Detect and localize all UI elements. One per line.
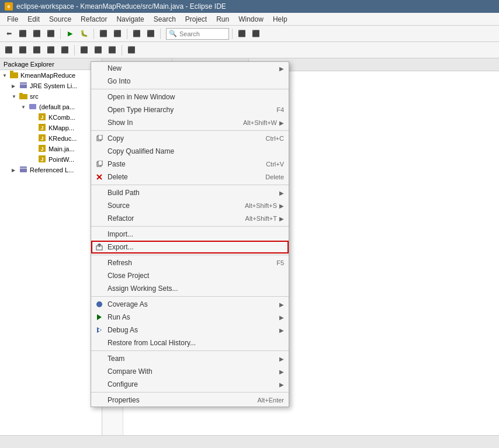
- context-menu-item-arrow-icon: ▶: [279, 356, 284, 362]
- menu-item-help[interactable]: Help: [268, 14, 292, 25]
- menu-item-navigate[interactable]: Navigate: [112, 14, 148, 25]
- tree-arrow-icon: ▼: [21, 105, 28, 110]
- context-menu-item-icon: [95, 159, 104, 169]
- context-menu-item-label: Copy: [108, 134, 254, 143]
- context-menu-item-new[interactable]: New▶: [91, 62, 289, 75]
- tree-node-icon: J: [37, 134, 47, 143]
- context-menu-item-go-into[interactable]: Go Into: [91, 75, 289, 88]
- context-menu-item-coverage-as[interactable]: Coverage As▶: [91, 298, 289, 311]
- context-menu-item-open-new-window[interactable]: Open in New Window: [91, 91, 289, 103]
- context-menu-item-label: New: [108, 64, 277, 72]
- toolbar2-btn-9[interactable]: ⬛: [125, 44, 138, 57]
- context-menu-item-build-path[interactable]: Build Path▶: [91, 186, 289, 199]
- context-menu-item-label: Delete: [108, 173, 254, 181]
- toolbar-btn-6[interactable]: ⬛: [111, 27, 124, 40]
- menu-item-project[interactable]: Project: [181, 14, 212, 25]
- context-menu-item-refresh[interactable]: RefreshF5: [91, 256, 289, 269]
- context-menu-item-refactor[interactable]: RefactorAlt+Shift+T▶: [91, 212, 289, 225]
- context-menu-item-show-in[interactable]: Show InAlt+Shift+W▶: [91, 116, 289, 129]
- toolbar-btn-10[interactable]: ⬛: [250, 27, 262, 40]
- toolbar-2: ⬛ ⬛ ⬛ ⬛ ⬛ ⬛ ⬛ ⬛ ⬛: [0, 42, 499, 58]
- context-menu-item-source[interactable]: SourceAlt+Shift+S▶: [91, 199, 289, 212]
- package-explorer-title: Package Explorer: [4, 61, 54, 68]
- context-menu-item-copy[interactable]: CopyCtrl+C: [91, 132, 289, 145]
- context-menu-item-copy-qualified[interactable]: Copy Qualified Name: [91, 145, 289, 158]
- context-menu-item-team[interactable]: Team▶: [91, 352, 289, 365]
- toolbar-btn-5[interactable]: ⬛: [97, 27, 110, 40]
- tree-node-label: (default pa...: [39, 103, 75, 110]
- tree-item[interactable]: JKComb...: [0, 112, 102, 123]
- toolbar2-btn-6[interactable]: ⬛: [78, 44, 91, 57]
- toolbar2-btn-8[interactable]: ⬛: [106, 44, 119, 57]
- tree-node-icon: [9, 71, 19, 80]
- tree-node-label: KComb...: [48, 114, 75, 121]
- svg-text:J: J: [40, 114, 43, 120]
- context-menu-item-close-project[interactable]: Close Project: [91, 269, 289, 282]
- context-menu-item-open-type-hierarchy[interactable]: Open Type HierarchyF4: [91, 103, 289, 116]
- toolbar2-btn-7[interactable]: ⬛: [92, 44, 105, 57]
- tree-item[interactable]: JMain.ja...: [0, 144, 102, 154]
- context-menu-separator: [91, 255, 289, 255]
- tree-item[interactable]: ▶Referenced L...: [0, 165, 102, 175]
- menu-item-search[interactable]: Search: [149, 14, 181, 25]
- context-menu-separator: [91, 130, 289, 131]
- tree-item[interactable]: JKReduc...: [0, 133, 102, 144]
- toolbar2-btn-4[interactable]: ⬛: [44, 44, 57, 57]
- context-menu-item-label: Open Type Hierarchy: [108, 106, 265, 114]
- menu-bar: FileEditSourceRefactorNavigateSearchProj…: [0, 13, 499, 26]
- svg-rect-4: [19, 94, 27, 99]
- toolbar-btn-9[interactable]: ⬛: [235, 27, 248, 40]
- tree-item[interactable]: ▼src: [0, 91, 102, 102]
- toolbar-btn-7[interactable]: ⬛: [130, 27, 143, 40]
- search-icon: 🔍: [169, 30, 177, 37]
- context-menu-item-arrow-icon: ▶: [279, 369, 284, 375]
- context-menu-item-debug-as[interactable]: Debug As▶: [91, 324, 289, 336]
- tree-item[interactable]: ▼KmeanMapReduce: [0, 70, 102, 81]
- context-menu-item-compare-with[interactable]: Compare With▶: [91, 365, 289, 378]
- context-menu-item-run-as[interactable]: Run As▶: [91, 311, 289, 324]
- toolbar-btn-1[interactable]: ⬅: [2, 27, 15, 40]
- menu-item-refactor[interactable]: Refactor: [76, 14, 112, 25]
- toolbar-btn-2[interactable]: ⬛: [16, 27, 29, 40]
- svg-text:J: J: [40, 146, 43, 152]
- toolbar-btn-3[interactable]: ⬛: [30, 27, 43, 40]
- search-input[interactable]: [179, 30, 226, 37]
- context-menu-item-shortcut: Alt+Shift+S: [245, 202, 277, 209]
- menu-item-source[interactable]: Source: [44, 14, 76, 25]
- tree-item[interactable]: ▼(default pa...: [0, 102, 102, 112]
- toolbar2-btn-2[interactable]: ⬛: [16, 44, 29, 57]
- context-menu-item-delete[interactable]: DeleteDelete: [91, 171, 289, 183]
- package-explorer: Package Explorer ✕ ▼KmeanMapReduce▶JRE S…: [0, 58, 102, 448]
- menu-item-file[interactable]: File: [2, 14, 23, 25]
- toolbar2-btn-5[interactable]: ⬛: [58, 44, 71, 57]
- context-menu-item-icon: [95, 242, 104, 252]
- menu-item-edit[interactable]: Edit: [23, 14, 44, 25]
- context-menu-item-arrow-icon: ▶: [279, 301, 284, 308]
- context-menu-item-icon: [95, 300, 104, 309]
- run-btn[interactable]: ▶: [64, 27, 77, 40]
- context-menu-item-icon: [95, 172, 104, 182]
- context-menu-item-export[interactable]: Export...: [91, 241, 289, 253]
- menu-item-run[interactable]: Run: [212, 14, 234, 25]
- context-menu-item-icon: [95, 325, 104, 335]
- tree-item[interactable]: ▶JRE System Li...: [0, 81, 102, 91]
- context-menu-item-properties[interactable]: PropertiesAlt+Enter: [91, 394, 289, 407]
- context-menu-item-label: Copy Qualified Name: [108, 147, 284, 155]
- context-menu-item-import[interactable]: Import...: [91, 228, 289, 241]
- context-menu-item-assign-working[interactable]: Assign Working Sets...: [91, 282, 289, 295]
- menu-item-window[interactable]: Window: [234, 14, 268, 25]
- debug-btn[interactable]: 🐛: [78, 27, 91, 40]
- context-menu-item-configure[interactable]: Configure▶: [91, 378, 289, 391]
- toolbar2-btn-1[interactable]: ⬛: [2, 44, 15, 57]
- toolbar-btn-4[interactable]: ⬛: [44, 27, 57, 40]
- tree-item[interactable]: JKMapp...: [0, 123, 102, 133]
- context-menu-item-paste[interactable]: PasteCtrl+V: [91, 158, 289, 171]
- context-menu-item-restore-local[interactable]: Restore from Local History...: [91, 336, 289, 349]
- svg-marker-27: [97, 314, 102, 320]
- tree-node-label: PointW...: [48, 156, 74, 163]
- tree-node-label: JRE System Li...: [30, 82, 77, 89]
- svg-rect-5: [19, 93, 23, 95]
- toolbar2-btn-3[interactable]: ⬛: [30, 44, 43, 57]
- tree-item[interactable]: JPointW...: [0, 154, 102, 165]
- toolbar-btn-8[interactable]: ⬛: [144, 27, 157, 40]
